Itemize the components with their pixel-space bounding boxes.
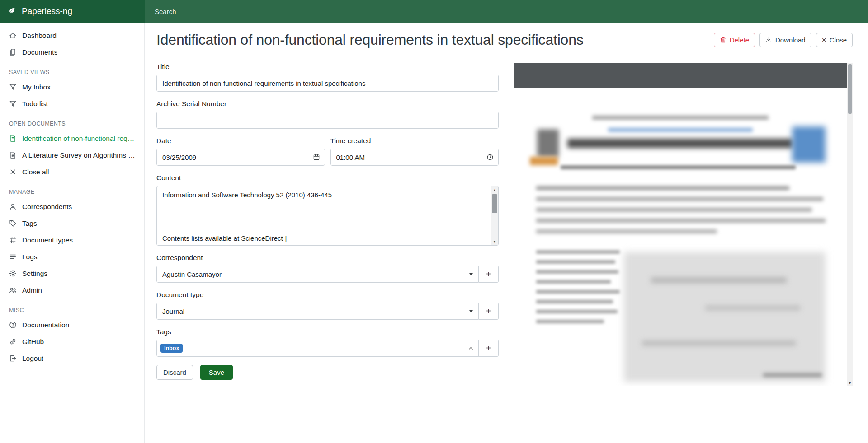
add-correspondent-button[interactable]: + [479, 266, 499, 283]
sidebar-section-open-documents: OPEN DOCUMENTS [0, 119, 144, 128]
save-button[interactable]: Save [200, 365, 233, 380]
sidebar-item-admin[interactable]: Admin [0, 282, 144, 298]
pdf-viewer-background [514, 63, 847, 88]
brand[interactable]: Paperless-ng [0, 0, 145, 23]
preview-scrollbar-thumb[interactable] [848, 64, 852, 114]
blurred-figure-detail [642, 340, 796, 346]
sidebar-item-dashboard[interactable]: Dashboard [0, 27, 144, 44]
sidebar-item-logs[interactable]: Logs [0, 248, 144, 265]
sidebar-item-label: Close all [22, 168, 49, 176]
trash-icon [720, 37, 726, 43]
divider [156, 56, 853, 56]
search-input[interactable] [145, 0, 868, 23]
content-label: Content [156, 174, 499, 182]
date-field-group: Date [156, 137, 325, 166]
time-created-label: Time created [330, 137, 499, 145]
content-scrollbar[interactable]: ▲ ▼ [491, 186, 498, 245]
top-navbar: Paperless-ng [0, 0, 868, 23]
sidebar-item-close-all[interactable]: Close all [0, 163, 144, 180]
sidebar-item-tags[interactable]: Tags [0, 215, 144, 232]
clock-icon[interactable] [486, 154, 494, 161]
delete-button[interactable]: Delete [714, 33, 755, 47]
sidebar-item-label: Documents [22, 48, 57, 56]
blurred-text-line [536, 186, 789, 190]
header-actions: Delete Download × Close [714, 33, 853, 47]
blurred-text-line [536, 229, 717, 233]
correspondent-select[interactable]: Agustin Casamayor [156, 266, 479, 283]
scroll-down-button[interactable]: ▼ [491, 238, 498, 245]
scroll-up-button[interactable]: ▲ [491, 186, 498, 193]
house-icon [9, 32, 17, 39]
person-icon [9, 203, 17, 210]
blurred-paper-title [567, 139, 793, 148]
search-bar [145, 0, 868, 23]
blurred-text-line [536, 290, 620, 294]
download-button-label: Download [775, 36, 806, 44]
close-button[interactable]: × Close [816, 33, 853, 47]
sidebar-item-label: My Inbox [22, 83, 51, 91]
download-button[interactable]: Download [760, 33, 811, 47]
sidebar-item-label: Documentation [22, 321, 69, 329]
asn-input[interactable] [156, 112, 499, 129]
sidebar-item-label: Settings [22, 270, 47, 278]
tags-field-group: Tags Inbox + [156, 328, 499, 357]
sidebar-item-github[interactable]: GitHub [0, 333, 144, 350]
door-icon [9, 354, 17, 362]
tags-dropdown-toggle[interactable] [463, 340, 479, 357]
sidebar-item-open-doc-1[interactable]: Identification of non-functional require… [0, 130, 144, 147]
time-created-input[interactable] [330, 149, 499, 166]
scrollbar-thumb[interactable] [492, 194, 497, 213]
sidebar-item-label: Logs [22, 253, 38, 261]
scroll-down-icon: ▼ [493, 240, 496, 243]
blurred-text-line [608, 128, 753, 132]
file-text-icon [9, 135, 17, 142]
sidebar-item-label: GitHub [22, 338, 44, 346]
title-input[interactable] [156, 75, 499, 92]
pdf-preview[interactable]: ▼ [514, 63, 853, 386]
scrollbar-track[interactable] [491, 193, 498, 238]
tags-input[interactable]: Inbox [156, 340, 463, 357]
content-textarea[interactable]: Information and Software Technology 52 (… [157, 186, 491, 245]
sidebar-item-correspondents[interactable]: Correspondents [0, 198, 144, 215]
blurred-figure-detail [651, 277, 787, 283]
blurred-text-line [536, 320, 604, 323]
date-time-row: Date Time created [156, 137, 499, 174]
blurred-text-line [536, 300, 613, 303]
document-type-field-group: Document type Journal + [156, 291, 499, 320]
sidebar-section-misc: MISC [0, 306, 144, 315]
sidebar-section-saved-views: SAVED VIEWS [0, 68, 144, 77]
sidebar-item-documentation[interactable]: Documentation [0, 317, 144, 333]
blurred-text-line [536, 270, 618, 274]
preview-scrollbar[interactable]: ▼ [847, 63, 853, 386]
document-type-label: Document type [156, 291, 499, 299]
discard-button[interactable]: Discard [156, 365, 193, 380]
sidebar-item-label: Admin [22, 286, 42, 294]
sidebar-item-todo-list[interactable]: Todo list [0, 95, 144, 112]
document-edit-form: Title Archive Serial Number Date Time cr… [156, 63, 499, 386]
sidebar-item-logout[interactable]: Logout [0, 350, 144, 367]
blurred-text-line [763, 373, 822, 377]
blurred-logo-accent [530, 157, 558, 165]
page-title: Identification of non-functional require… [156, 32, 584, 48]
brand-name: Paperless-ng [22, 6, 72, 16]
blurred-text-line [536, 260, 615, 264]
sidebar-item-settings[interactable]: Settings [0, 265, 144, 282]
document-header: Identification of non-functional require… [156, 32, 853, 48]
add-tag-button[interactable]: + [479, 340, 499, 357]
sidebar-item-document-types[interactable]: Document types [0, 232, 144, 248]
plus-icon: + [486, 269, 491, 280]
date-input[interactable] [156, 149, 325, 166]
sidebar-item-label: Todo list [22, 100, 48, 108]
time-field-group: Time created [330, 137, 499, 166]
sidebar-item-label: A Literature Survey on Algorithms for Mu… [22, 151, 135, 159]
add-document-type-button[interactable]: + [479, 303, 499, 320]
document-type-select[interactable]: Journal [156, 303, 479, 320]
sidebar-item-open-doc-2[interactable]: A Literature Survey on Algorithms for Mu… [0, 147, 144, 163]
tag-icon [9, 219, 17, 227]
tag-badge-inbox[interactable]: Inbox [160, 344, 183, 353]
asn-label: Archive Serial Number [156, 100, 499, 108]
preview-scroll-down-icon[interactable]: ▼ [847, 382, 853, 385]
sidebar-item-documents[interactable]: Documents [0, 44, 144, 61]
calendar-icon[interactable] [313, 154, 320, 161]
sidebar-item-my-inbox[interactable]: My Inbox [0, 79, 144, 95]
